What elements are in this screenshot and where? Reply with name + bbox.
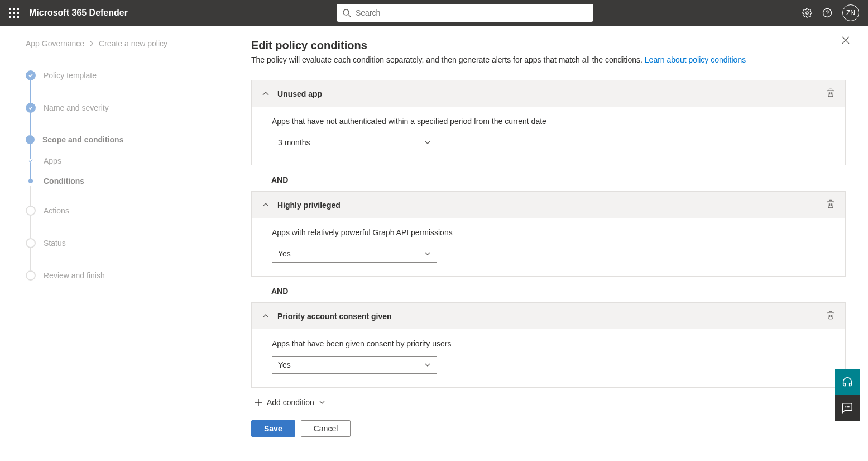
select-value: 3 months [278, 138, 310, 147]
and-operator: AND [251, 165, 846, 191]
condition-body: Apps with relatively powerful Graph API … [252, 218, 845, 276]
condition-title: Priority account consent given [277, 312, 818, 321]
step-review[interactable]: Review and finish [26, 270, 218, 281]
headset-icon [841, 376, 853, 388]
chat-icon [841, 402, 853, 414]
chevron-up-icon [262, 312, 270, 320]
svg-point-7 [848, 407, 849, 407]
svg-point-5 [846, 407, 846, 407]
condition-title: Unused app [277, 89, 818, 98]
step-scope-conditions[interactable]: Scope and conditions [26, 135, 218, 144]
header-actions: ZN [802, 4, 859, 21]
chevron-down-icon [424, 250, 431, 257]
app-header: Microsoft 365 Defender ZN [0, 0, 868, 26]
brand-title: Microsoft 365 Defender [29, 8, 128, 18]
select-value: Yes [278, 249, 291, 258]
condition-desc: Apps that have been given consent by pri… [272, 339, 825, 348]
edit-panel: Edit policy conditions The policy will e… [234, 26, 868, 461]
privileged-select[interactable]: Yes [272, 245, 437, 263]
delete-button[interactable] [826, 311, 835, 321]
chevron-up-icon [262, 201, 270, 209]
step-policy-template[interactable]: Policy template [26, 70, 218, 80]
cancel-button[interactable]: Cancel [301, 420, 351, 437]
step-label: Name and severity [44, 103, 109, 112]
search-icon [342, 8, 351, 17]
svg-line-1 [348, 15, 351, 17]
search-input[interactable] [356, 8, 588, 17]
trash-icon [826, 199, 835, 208]
substep-conditions[interactable]: Conditions [26, 177, 218, 186]
consent-select[interactable]: Yes [272, 356, 437, 374]
chevron-down-icon [424, 362, 431, 368]
add-condition-label: Add condition [267, 398, 314, 407]
svg-point-3 [823, 9, 832, 17]
step-status[interactable]: Status [26, 238, 218, 248]
panel-description: The policy will evaluate each condition … [251, 55, 846, 64]
condition-header[interactable]: Priority account consent given [252, 303, 845, 329]
step-label: Policy template [44, 71, 97, 80]
trash-icon [826, 88, 835, 97]
add-condition-button[interactable]: Add condition [251, 388, 846, 417]
period-select[interactable]: 3 months [272, 134, 437, 151]
learn-link[interactable]: Learn about policy conditions [645, 55, 746, 64]
chevron-down-icon [424, 139, 431, 146]
help-icon[interactable] [822, 8, 832, 18]
substep-apps[interactable]: Apps [26, 156, 218, 165]
delete-button[interactable] [826, 88, 835, 99]
step-label: Review and finish [44, 271, 105, 280]
delete-button[interactable] [826, 199, 835, 210]
panel-footer: Save Cancel [251, 417, 846, 448]
condition-body: Apps that have not authenticated within … [252, 107, 845, 165]
and-operator: AND [251, 277, 846, 302]
feedback-button[interactable] [835, 395, 860, 421]
breadcrumb: App Governance Create a new policy [26, 39, 218, 48]
save-button[interactable]: Save [251, 420, 295, 437]
breadcrumb-item[interactable]: App Governance [26, 39, 84, 48]
chevron-up-icon [262, 90, 270, 98]
gear-icon[interactable] [802, 8, 812, 18]
condition-desc: Apps with relatively powerful Graph API … [272, 228, 825, 237]
condition-header[interactable]: Unused app [252, 80, 845, 107]
svg-point-0 [343, 9, 349, 15]
condition-desc: Apps that have not authenticated within … [272, 117, 825, 126]
floating-actions [835, 369, 860, 421]
wizard-sidebar: App Governance Create a new policy Polic… [0, 26, 234, 461]
search-box[interactable] [337, 4, 593, 22]
svg-point-2 [806, 12, 809, 15]
step-label: Conditions [44, 177, 84, 186]
waffle-icon[interactable] [9, 8, 19, 18]
condition-body: Apps that have been given consent by pri… [252, 329, 845, 387]
avatar[interactable]: ZN [842, 4, 859, 21]
panel-title: Edit policy conditions [251, 39, 846, 52]
step-label: Scope and conditions [42, 135, 123, 144]
select-value: Yes [278, 360, 291, 369]
step-label: Status [44, 239, 66, 248]
wizard-steps: Policy template Name and severity Scope … [26, 70, 218, 281]
step-name-severity[interactable]: Name and severity [26, 103, 218, 113]
svg-point-6 [847, 407, 848, 407]
condition-unused-app: Unused app Apps that have not authentica… [251, 80, 846, 165]
support-button[interactable] [835, 369, 860, 395]
condition-title: Highly privileged [277, 201, 818, 210]
chevron-down-icon [319, 399, 325, 406]
close-button[interactable] [841, 36, 850, 46]
chevron-right-icon [89, 41, 94, 46]
condition-priority-consent: Priority account consent given Apps that… [251, 302, 846, 388]
plus-icon [255, 398, 262, 406]
step-actions[interactable]: Actions [26, 206, 218, 216]
trash-icon [826, 311, 835, 320]
search-container [128, 4, 802, 22]
step-label: Actions [44, 206, 69, 215]
step-label: Apps [44, 156, 61, 165]
close-icon [841, 36, 850, 45]
breadcrumb-item: Create a new policy [99, 39, 167, 48]
condition-header[interactable]: Highly privileged [252, 192, 845, 218]
condition-highly-privileged: Highly privileged Apps with relatively p… [251, 191, 846, 277]
